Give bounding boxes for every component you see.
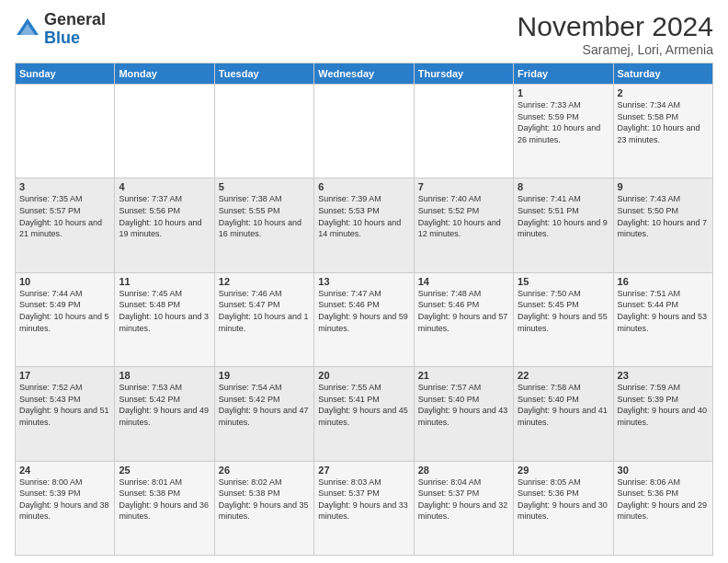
day-number: 20 xyxy=(318,370,409,381)
calendar-cell: 9Sunrise: 7:43 AM Sunset: 5:50 PM Daylig… xyxy=(613,178,712,272)
day-number: 13 xyxy=(318,276,409,287)
day-detail: Sunrise: 7:35 AM Sunset: 5:57 PM Dayligh… xyxy=(19,193,110,239)
day-detail: Sunrise: 8:01 AM Sunset: 5:38 PM Dayligh… xyxy=(119,477,210,523)
day-number: 30 xyxy=(618,465,709,476)
day-number: 26 xyxy=(219,465,310,476)
day-detail: Sunrise: 7:53 AM Sunset: 5:42 PM Dayligh… xyxy=(119,382,210,428)
day-number: 12 xyxy=(219,276,310,287)
calendar-cell xyxy=(115,85,214,178)
calendar-cell: 18Sunrise: 7:53 AM Sunset: 5:42 PM Dayli… xyxy=(115,367,214,461)
day-detail: Sunrise: 7:45 AM Sunset: 5:48 PM Dayligh… xyxy=(119,288,210,334)
logo-blue-text: Blue xyxy=(44,29,80,47)
day-number: 11 xyxy=(119,276,210,287)
day-number: 4 xyxy=(119,181,210,192)
calendar-cell: 12Sunrise: 7:46 AM Sunset: 5:47 PM Dayli… xyxy=(214,272,313,366)
day-number: 15 xyxy=(518,276,609,287)
day-detail: Sunrise: 7:54 AM Sunset: 5:42 PM Dayligh… xyxy=(219,382,310,428)
month-title: November 2024 xyxy=(518,11,713,42)
day-detail: Sunrise: 7:50 AM Sunset: 5:45 PM Dayligh… xyxy=(518,288,609,334)
day-detail: Sunrise: 7:58 AM Sunset: 5:40 PM Dayligh… xyxy=(518,382,609,428)
weekday-header-saturday: Saturday xyxy=(613,63,712,85)
calendar-cell: 10Sunrise: 7:44 AM Sunset: 5:49 PM Dayli… xyxy=(16,272,115,366)
calendar-header: SundayMondayTuesdayWednesdayThursdayFrid… xyxy=(16,63,713,85)
logo-general-text: General xyxy=(44,10,106,29)
day-detail: Sunrise: 7:51 AM Sunset: 5:44 PM Dayligh… xyxy=(618,288,709,334)
calendar-cell: 29Sunrise: 8:05 AM Sunset: 5:36 PM Dayli… xyxy=(514,461,613,555)
calendar-cell: 26Sunrise: 8:02 AM Sunset: 5:38 PM Dayli… xyxy=(214,461,313,555)
calendar-cell: 2Sunrise: 7:34 AM Sunset: 5:58 PM Daylig… xyxy=(613,85,712,178)
calendar-cell: 27Sunrise: 8:03 AM Sunset: 5:37 PM Dayli… xyxy=(314,461,414,555)
day-detail: Sunrise: 7:33 AM Sunset: 5:59 PM Dayligh… xyxy=(518,99,609,145)
day-number: 22 xyxy=(518,370,609,381)
day-number: 19 xyxy=(219,370,310,381)
calendar-cell: 25Sunrise: 8:01 AM Sunset: 5:38 PM Dayli… xyxy=(115,461,214,555)
calendar-cell: 22Sunrise: 7:58 AM Sunset: 5:40 PM Dayli… xyxy=(514,367,613,461)
day-detail: Sunrise: 7:47 AM Sunset: 5:46 PM Dayligh… xyxy=(318,288,409,334)
weekday-header-tuesday: Tuesday xyxy=(214,63,313,85)
calendar-cell xyxy=(314,85,414,178)
calendar-table: SundayMondayTuesdayWednesdayThursdayFrid… xyxy=(15,63,713,556)
day-detail: Sunrise: 8:02 AM Sunset: 5:38 PM Dayligh… xyxy=(219,477,310,523)
calendar-cell: 19Sunrise: 7:54 AM Sunset: 5:42 PM Dayli… xyxy=(214,367,313,461)
day-detail: Sunrise: 7:37 AM Sunset: 5:56 PM Dayligh… xyxy=(119,193,210,239)
day-number: 25 xyxy=(119,465,210,476)
calendar-cell: 5Sunrise: 7:38 AM Sunset: 5:55 PM Daylig… xyxy=(214,178,313,272)
calendar-week-5: 24Sunrise: 8:00 AM Sunset: 5:39 PM Dayli… xyxy=(16,461,713,555)
day-detail: Sunrise: 8:04 AM Sunset: 5:37 PM Dayligh… xyxy=(418,477,509,523)
day-detail: Sunrise: 7:44 AM Sunset: 5:49 PM Dayligh… xyxy=(19,288,110,334)
day-number: 9 xyxy=(618,181,709,192)
calendar-cell: 20Sunrise: 7:55 AM Sunset: 5:41 PM Dayli… xyxy=(314,367,414,461)
calendar-cell: 6Sunrise: 7:39 AM Sunset: 5:53 PM Daylig… xyxy=(314,178,414,272)
day-detail: Sunrise: 7:46 AM Sunset: 5:47 PM Dayligh… xyxy=(219,288,310,334)
calendar-cell: 15Sunrise: 7:50 AM Sunset: 5:45 PM Dayli… xyxy=(514,272,613,366)
day-number: 17 xyxy=(19,370,110,381)
day-detail: Sunrise: 7:59 AM Sunset: 5:39 PM Dayligh… xyxy=(618,382,709,428)
calendar-cell: 7Sunrise: 7:40 AM Sunset: 5:52 PM Daylig… xyxy=(414,178,513,272)
calendar-week-3: 10Sunrise: 7:44 AM Sunset: 5:49 PM Dayli… xyxy=(16,272,713,366)
calendar-week-2: 3Sunrise: 7:35 AM Sunset: 5:57 PM Daylig… xyxy=(16,178,713,272)
day-number: 7 xyxy=(418,181,509,192)
title-block: November 2024 Saramej, Lori, Armenia xyxy=(518,11,713,57)
calendar-cell: 30Sunrise: 8:06 AM Sunset: 5:36 PM Dayli… xyxy=(613,461,712,555)
day-number: 28 xyxy=(418,465,509,476)
day-number: 27 xyxy=(318,465,409,476)
weekday-header-monday: Monday xyxy=(115,63,214,85)
calendar-cell xyxy=(16,85,115,178)
weekday-header-wednesday: Wednesday xyxy=(314,63,414,85)
day-number: 21 xyxy=(418,370,509,381)
header: General Blue November 2024 Saramej, Lori… xyxy=(15,11,713,57)
day-detail: Sunrise: 7:57 AM Sunset: 5:40 PM Dayligh… xyxy=(418,382,509,428)
calendar-week-1: 1Sunrise: 7:33 AM Sunset: 5:59 PM Daylig… xyxy=(16,85,713,178)
calendar-cell: 17Sunrise: 7:52 AM Sunset: 5:43 PM Dayli… xyxy=(16,367,115,461)
day-number: 16 xyxy=(618,276,709,287)
weekday-row: SundayMondayTuesdayWednesdayThursdayFrid… xyxy=(16,63,713,85)
day-number: 8 xyxy=(518,181,609,192)
day-number: 2 xyxy=(618,87,709,98)
calendar-cell: 23Sunrise: 7:59 AM Sunset: 5:39 PM Dayli… xyxy=(613,367,712,461)
calendar-cell: 21Sunrise: 7:57 AM Sunset: 5:40 PM Dayli… xyxy=(414,367,513,461)
logo-icon xyxy=(15,17,40,42)
calendar-cell xyxy=(214,85,313,178)
location-text: Saramej, Lori, Armenia xyxy=(518,42,713,57)
calendar-cell: 14Sunrise: 7:48 AM Sunset: 5:46 PM Dayli… xyxy=(414,272,513,366)
calendar-cell: 28Sunrise: 8:04 AM Sunset: 5:37 PM Dayli… xyxy=(414,461,513,555)
day-number: 29 xyxy=(518,465,609,476)
calendar-week-4: 17Sunrise: 7:52 AM Sunset: 5:43 PM Dayli… xyxy=(16,367,713,461)
logo: General Blue xyxy=(15,11,106,48)
day-number: 1 xyxy=(518,87,609,98)
calendar-page: General Blue November 2024 Saramej, Lori… xyxy=(0,0,728,563)
day-detail: Sunrise: 8:00 AM Sunset: 5:39 PM Dayligh… xyxy=(19,477,110,523)
weekday-header-friday: Friday xyxy=(514,63,613,85)
calendar-cell xyxy=(414,85,513,178)
calendar-cell: 13Sunrise: 7:47 AM Sunset: 5:46 PM Dayli… xyxy=(314,272,414,366)
day-detail: Sunrise: 7:34 AM Sunset: 5:58 PM Dayligh… xyxy=(618,99,709,145)
day-detail: Sunrise: 8:05 AM Sunset: 5:36 PM Dayligh… xyxy=(518,477,609,523)
calendar-cell: 3Sunrise: 7:35 AM Sunset: 5:57 PM Daylig… xyxy=(16,178,115,272)
day-detail: Sunrise: 7:52 AM Sunset: 5:43 PM Dayligh… xyxy=(19,382,110,428)
day-detail: Sunrise: 7:43 AM Sunset: 5:50 PM Dayligh… xyxy=(618,193,709,239)
day-number: 6 xyxy=(318,181,409,192)
day-detail: Sunrise: 7:55 AM Sunset: 5:41 PM Dayligh… xyxy=(318,382,409,428)
day-detail: Sunrise: 7:39 AM Sunset: 5:53 PM Dayligh… xyxy=(318,193,409,239)
calendar-cell: 4Sunrise: 7:37 AM Sunset: 5:56 PM Daylig… xyxy=(115,178,214,272)
day-number: 5 xyxy=(219,181,310,192)
